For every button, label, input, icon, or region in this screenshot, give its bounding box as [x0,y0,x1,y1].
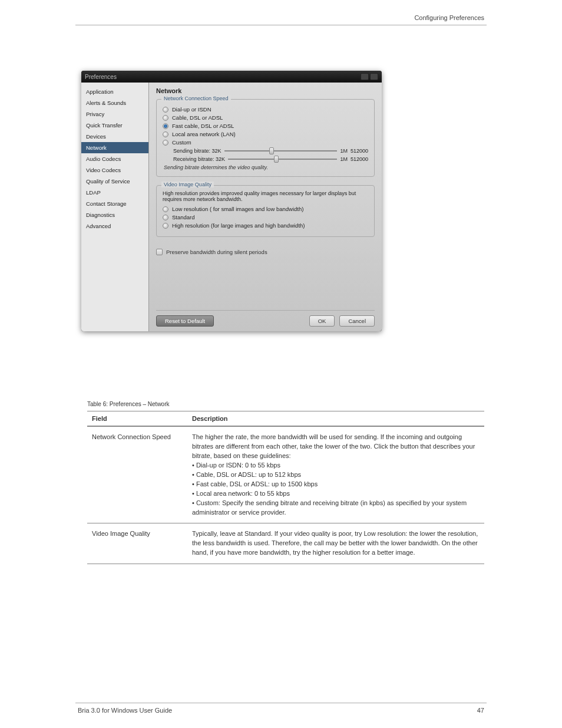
sidebar-item-alerts[interactable]: Alerts & Sounds [81,97,148,108]
radio-label: Dial-up or ISDN [172,106,211,113]
main-panel: Network Network Connection Speed Dial-up… [149,83,382,331]
radio-custom[interactable]: Custom [163,139,368,146]
radio-high-res[interactable]: High resolution (for large images and hi… [163,222,368,229]
cancel-button[interactable]: Cancel [339,315,375,327]
radio-cable[interactable]: Cable, DSL or ADSL [163,114,368,121]
panel-heading: Network [156,87,375,94]
sidebar-item-audio-codecs[interactable]: Audio Codecs [81,153,148,164]
slider-label: Receiving bitrate: 32K [173,156,225,162]
legend-connection-speed: Network Connection Speed [161,95,231,101]
cell-field: Network Connection Speed [87,426,187,523]
close-icon[interactable] [370,73,378,80]
preferences-dialog: Preferences Application Alerts & Sounds … [81,71,382,331]
table-row: Network Connection Speed The higher the … [87,426,484,523]
table-caption: Table 6: Preferences – Network [87,401,484,407]
table-row: Video Image Quality Typically, leave at … [87,523,484,564]
button-bar: Reset to Default OK Cancel [156,310,375,327]
cell-description: Typically, leave at Standard. If your vi… [187,523,484,564]
radio-lan[interactable]: Local area network (LAN) [163,131,368,137]
radio-icon [163,215,168,220]
sidebar-item-advanced[interactable]: Advanced [81,220,148,232]
radio-icon [163,123,168,129]
slider-max: 1M [340,148,348,154]
slider-max: 1M [340,156,348,162]
group-connection-speed: Network Connection Speed Dial-up or ISDN… [156,99,375,177]
th-field: Field [87,411,187,427]
radio-label: Standard [172,214,195,220]
group-video-quality: Video Image Quality High resolution prov… [156,185,375,237]
sidebar-item-diagnostics[interactable]: Diagnostics [81,209,148,220]
radio-label: Custom [172,139,191,146]
slider-thumb-icon[interactable] [269,147,274,154]
titlebar: Preferences [81,71,382,83]
slider-track[interactable] [224,150,338,151]
receiving-bitrate-slider[interactable]: Receiving bitrate: 32K 1M 512000 [173,156,368,162]
preserve-bandwidth-checkbox[interactable]: Preserve bandwidth during silent periods [156,249,375,255]
sidebar-item-privacy[interactable]: Privacy [81,108,148,120]
sidebar-item-devices[interactable]: Devices [81,131,148,142]
radio-label: Low resolution ( for small images and lo… [172,206,303,212]
slider-track[interactable] [228,159,337,160]
slider-thumb-icon[interactable] [274,156,279,163]
reference-table: Table 6: Preferences – Network Field Des… [87,401,484,564]
radio-fast-cable[interactable]: Fast cable, DSL or ADSL [163,123,368,129]
radio-icon [163,115,168,121]
footer-left: Bria 3.0 for Windows User Guide [78,707,172,714]
slider-label: Sending bitrate: 32K [173,148,222,154]
sidebar-item-contact-storage[interactable]: Contact Storage [81,198,148,209]
sidebar-item-network[interactable]: Network [81,142,148,153]
radio-icon [163,107,168,113]
window-title: Preferences [85,74,117,80]
cell-description: The higher the rate, the more bandwidth … [187,426,484,523]
radio-standard[interactable]: Standard [163,214,368,220]
bitrate-hint: Sending bitrate determines the video qua… [164,164,368,170]
legend-video-quality: Video Image Quality [161,182,214,187]
checkbox-label: Preserve bandwidth during silent periods [166,249,267,255]
radio-low-res[interactable]: Low resolution ( for small images and lo… [163,206,368,212]
minimize-icon[interactable] [361,73,369,80]
radio-icon [163,206,168,212]
radio-dialup[interactable]: Dial-up or ISDN [163,106,368,113]
video-quality-desc: High resolution provides improved qualit… [163,190,368,202]
radio-icon [163,140,168,146]
radio-label: High resolution (for large images and hi… [172,222,305,229]
sidebar-item-application[interactable]: Application [81,86,148,97]
page-header: Configuring Preferences [414,14,484,21]
radio-label: Cable, DSL or ADSL [172,114,223,121]
radio-label: Local area network (LAN) [172,131,236,137]
slider-value: 512000 [351,156,368,162]
footer-page-number: 47 [477,707,484,714]
radio-label: Fast cable, DSL or ADSL [172,123,234,129]
sidebar-item-quick-transfer[interactable]: Quick Transfer [81,120,148,131]
header-rule [75,25,487,25]
radio-icon [163,223,168,229]
sidebar: Application Alerts & Sounds Privacy Quic… [81,83,149,331]
sending-bitrate-slider[interactable]: Sending bitrate: 32K 1M 512000 [173,148,368,154]
ok-button[interactable]: OK [309,315,335,327]
cell-field: Video Image Quality [87,523,187,564]
radio-icon [163,131,168,137]
checkbox-icon [156,249,163,255]
sidebar-item-ldap[interactable]: LDAP [81,187,148,198]
reset-button[interactable]: Reset to Default [156,315,214,327]
slider-value: 512000 [351,148,368,154]
sidebar-item-video-codecs[interactable]: Video Codecs [81,164,148,176]
th-description: Description [187,411,484,427]
footer-rule [75,703,487,703]
sidebar-item-qos[interactable]: Quality of Service [81,176,148,187]
